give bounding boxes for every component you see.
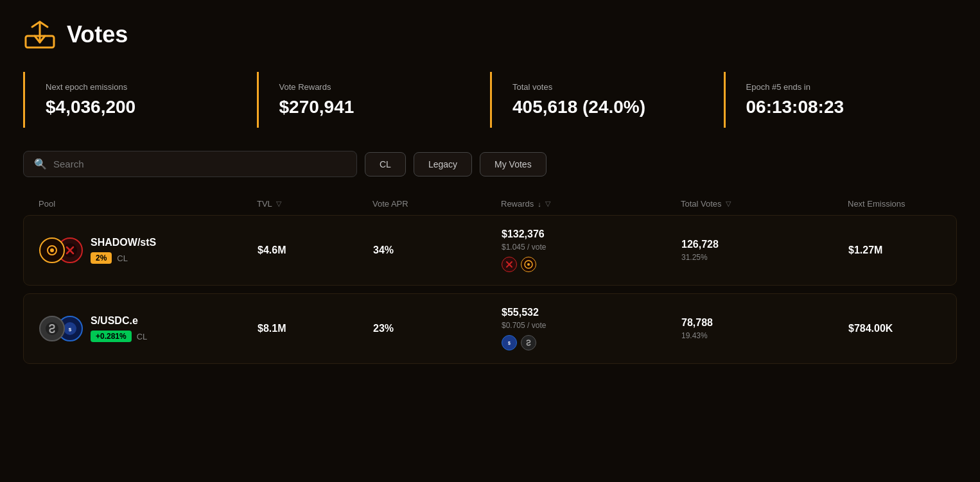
rewards-sort-icon[interactable]: ↓ — [538, 200, 541, 208]
epoch-value: 06:13:08:23 — [746, 97, 937, 117]
pool-table: Pool TVL ▽ Vote APR Rewards ↓ ▽ Total Vo… — [23, 193, 957, 364]
stat-next-epoch: Next epoch emissions $4,036,200 — [23, 72, 257, 128]
svg-text:$: $ — [69, 327, 72, 332]
epoch-label: Epoch #5 ends in — [746, 82, 937, 92]
pool-cell-1: SHADOW/stS 2% CL — [39, 236, 258, 264]
next-emissions-1: $1.27M — [848, 245, 941, 256]
pool-cell-2: $ S/USDC.e +0.281% CL — [39, 314, 258, 343]
table-header: Pool TVL ▽ Vote APR Rewards ↓ ▽ Total Vo… — [23, 193, 957, 215]
tag-cl-1: CL — [117, 254, 128, 263]
rewards-filter-icon[interactable]: ▽ — [545, 200, 550, 208]
col-vote-apr: Vote APR — [372, 199, 501, 209]
legacy-filter-button[interactable]: Legacy — [414, 152, 472, 176]
reward-s-icon — [521, 335, 536, 350]
pool-info-2: S/USDC.e +0.281% CL — [91, 315, 147, 342]
pool-icons-2: $ — [39, 314, 83, 343]
stats-row: Next epoch emissions $4,036,200 Vote Rew… — [23, 72, 957, 128]
total-votes-filter-icon[interactable]: ▽ — [726, 200, 731, 208]
votes-count-2: 78,788 — [681, 317, 848, 329]
col-rewards: Rewards ↓ ▽ — [501, 199, 681, 209]
table-row: SHADOW/stS 2% CL $4.6M 34% $132,376 $1.0… — [23, 215, 957, 286]
tvl-2: $8.1M — [258, 323, 373, 334]
reward-tokens-2: $ — [502, 335, 681, 350]
rewards-cell-2: $55,532 $0.705 / vote $ — [502, 307, 681, 350]
table-row: $ S/USDC.e +0.281% CL $8.1M 23% $55 — [23, 293, 957, 364]
cl-filter-button[interactable]: CL — [365, 152, 406, 176]
tvl-1: $4.6M — [258, 245, 373, 256]
total-votes-cell-2: 78,788 19.43% — [681, 317, 848, 340]
my-votes-filter-button[interactable]: My Votes — [480, 152, 547, 176]
rewards-cell-1: $132,376 $1.045 / vote — [502, 228, 681, 272]
page-container: Votes Next epoch emissions $4,036,200 Vo… — [0, 0, 980, 390]
total-votes-value: 405,618 (24.0%) — [512, 97, 703, 117]
stat-vote-rewards: Vote Rewards $270,941 — [257, 72, 491, 128]
stat-epoch: Epoch #5 ends in 06:13:08:23 — [724, 72, 958, 128]
votes-pct-2: 19.43% — [681, 331, 848, 340]
tag-cl-2: CL — [137, 332, 148, 341]
vote-apr-2: 23% — [373, 323, 502, 334]
next-epoch-value: $4,036,200 — [46, 97, 236, 117]
tvl-filter-icon[interactable]: ▽ — [276, 200, 281, 208]
s-token-icon — [39, 316, 65, 341]
svg-text:$: $ — [508, 341, 511, 346]
total-votes-label: Total votes — [512, 82, 703, 92]
search-icon: 🔍 — [34, 158, 47, 170]
vote-rewards-label: Vote Rewards — [279, 82, 470, 92]
reward-sts-icon — [502, 257, 517, 272]
svg-point-11 — [527, 263, 530, 266]
stat-total-votes: Total votes 405,618 (24.0%) — [490, 72, 724, 128]
shadow-token-icon — [39, 237, 65, 263]
reward-amount-2: $55,532 — [502, 307, 681, 318]
pool-tags-2: +0.281% CL — [91, 331, 147, 342]
total-votes-cell-1: 126,728 31.25% — [681, 239, 848, 262]
col-tvl: TVL ▽ — [257, 199, 372, 209]
page-title: Votes — [67, 21, 128, 48]
pool-name-1: SHADOW/stS — [91, 237, 156, 248]
vote-rewards-value: $270,941 — [279, 97, 470, 117]
col-total-votes: Total Votes ▽ — [681, 199, 848, 209]
filter-row: 🔍 CL Legacy My Votes — [23, 151, 957, 177]
votes-icon — [23, 18, 57, 51]
reward-per-vote-2: $0.705 / vote — [502, 321, 681, 330]
reward-shadow-icon — [521, 257, 536, 272]
pool-tags-1: 2% CL — [91, 252, 156, 264]
search-box[interactable]: 🔍 — [23, 151, 357, 177]
next-epoch-label: Next epoch emissions — [46, 82, 236, 92]
votes-pct-1: 31.25% — [681, 253, 848, 262]
page-header: Votes — [23, 18, 957, 51]
col-pool: Pool — [39, 199, 257, 209]
pool-info-1: SHADOW/stS 2% CL — [91, 237, 156, 264]
next-emissions-2: $784.00K — [848, 323, 941, 334]
votes-count-1: 126,728 — [681, 239, 848, 250]
tag-badge-2: +0.281% — [91, 331, 132, 342]
col-next-emissions: Next Emissions — [848, 199, 941, 209]
pool-icons-1 — [39, 236, 83, 264]
reward-usdc-icon: $ — [502, 335, 517, 350]
tag-badge-1: 2% — [91, 252, 112, 264]
reward-amount-1: $132,376 — [502, 228, 681, 240]
search-input[interactable] — [53, 159, 346, 169]
pool-name-2: S/USDC.e — [91, 315, 147, 327]
reward-tokens-1 — [502, 257, 681, 272]
reward-per-vote-1: $1.045 / vote — [502, 243, 681, 252]
vote-apr-1: 34% — [373, 245, 502, 256]
svg-point-4 — [50, 248, 54, 252]
